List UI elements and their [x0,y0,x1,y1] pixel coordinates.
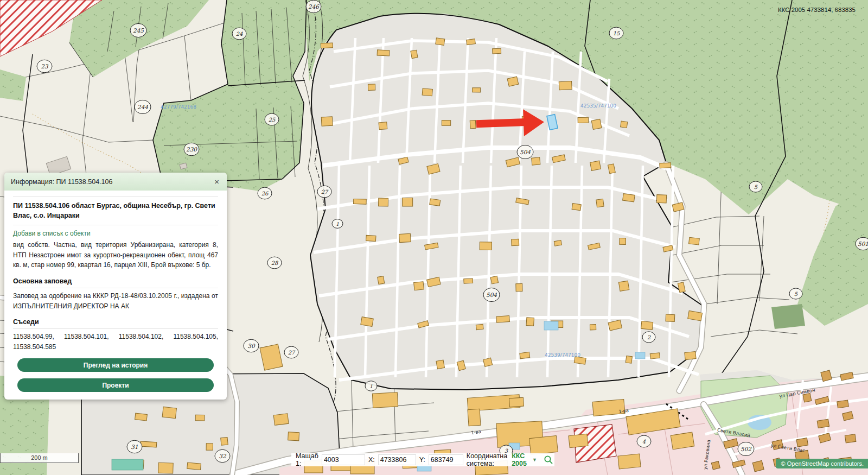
building [626,356,632,363]
x-input[interactable] [378,454,416,465]
circle-number: 5 [754,184,758,190]
circle-number: 1 [336,221,339,227]
building [554,240,561,246]
circle-number: 502 [741,446,752,452]
cadastre-id-label: 42779/742168 [161,104,196,110]
building [572,204,581,211]
building [430,199,441,206]
building [516,284,522,292]
building [378,276,385,284]
parcel-circle-label: 246 [306,0,321,13]
attribution-text: © OpenStreetMap contributors. [781,460,864,467]
parcel-circle-label: 28 [267,257,282,269]
circle-number: 1 [369,384,373,389]
neighbors-section-title: Съседи [13,316,218,329]
parcel-circle-label: 1 [332,219,343,229]
building [526,318,534,326]
info-panel-body: ПИ 11538.504.106 област Бургас, община Н… [4,191,227,400]
building [467,39,476,45]
circle-number: 230 [186,146,197,153]
building [656,195,666,203]
building [221,438,228,446]
chevron-down-icon[interactable]: ▼ [532,457,537,463]
building [377,50,390,56]
parcel-circle-label: 230 [184,143,199,156]
x-label: X: [368,456,375,464]
add-to-list-link[interactable]: Добави в списък с обекти [13,230,218,237]
circle-number: 504 [486,292,497,298]
parcel-circle-label: 32 [215,449,230,463]
building [436,360,444,369]
parcel-circle-label: 25 [265,113,279,125]
building [368,84,375,90]
y-input[interactable] [429,454,463,465]
building [490,276,498,284]
parcel-circle-label: 27 [284,346,298,358]
building [470,121,476,129]
circle-number: 4 [642,439,646,445]
building [666,314,675,321]
circle-number: 501 [858,240,868,247]
building [162,407,176,418]
building [752,460,764,472]
parcel-circle-label: 23 [37,60,52,73]
scale-input[interactable] [322,454,365,465]
building [288,432,299,441]
history-button[interactable]: Преглед на история [17,358,214,372]
circle-number: 2 [647,334,651,340]
osm-attribution[interactable]: © OpenStreetMap contributors. [776,459,868,468]
circle-number: 26 [261,191,269,197]
close-icon[interactable]: × [213,178,220,186]
parcel-circle-label: 504 [483,288,500,301]
building [379,122,387,130]
circle-number: 245 [133,27,144,34]
park-area [701,376,788,438]
building [273,414,289,426]
building [618,281,629,291]
parcel-circle-label: 2 [642,332,655,343]
circle-number: 32 [219,453,227,459]
building [496,315,510,322]
circle-number: 31 [131,444,138,450]
circle-number: 28 [271,260,279,266]
parcel-circle-label: 26 [258,187,272,199]
crs-value[interactable]: ККС 2005 [512,452,527,467]
building [559,81,572,90]
building [641,321,653,330]
building [578,117,589,123]
circle-number: 244 [137,104,148,110]
building [442,121,450,126]
parcel-circle-label: 27 [317,186,331,198]
building [464,278,473,283]
neighbors-list: 11538.504.99, 11538.504.101, 11538.504.1… [13,332,218,352]
info-panel-title: Информация: ПИ 11538.504.106 [11,178,112,186]
circle-number: 504 [520,149,531,155]
cursor-coordinates: ККС 2005 4733814, 683835 [778,7,856,13]
building [436,38,445,46]
building [411,50,418,58]
building [689,237,700,245]
building [141,441,157,447]
building [845,434,856,443]
building [158,463,174,473]
building [671,432,694,449]
building [187,463,201,470]
parcel-circle-label: 30 [244,339,259,352]
parcel-circle-label: 4 [637,435,651,447]
building [796,438,808,447]
parcel-circle-label: 244 [135,100,151,113]
building [206,444,213,451]
search-icon[interactable] [544,455,553,465]
projects-button[interactable]: Проекти [17,378,214,392]
building [591,119,602,129]
building [660,163,671,168]
info-panel: Информация: ПИ 11538.504.106 × ПИ 11538.… [4,173,227,400]
circle-number: 27 [321,189,329,195]
building [529,435,558,454]
building [399,233,411,242]
building [195,415,205,421]
parcel-circle-label: 5 [749,181,762,192]
info-panel-header: Информация: ПИ 11538.504.106 × [4,173,227,191]
order-section-title: Основна заповед [13,275,218,288]
circle-number: 23 [41,63,49,69]
